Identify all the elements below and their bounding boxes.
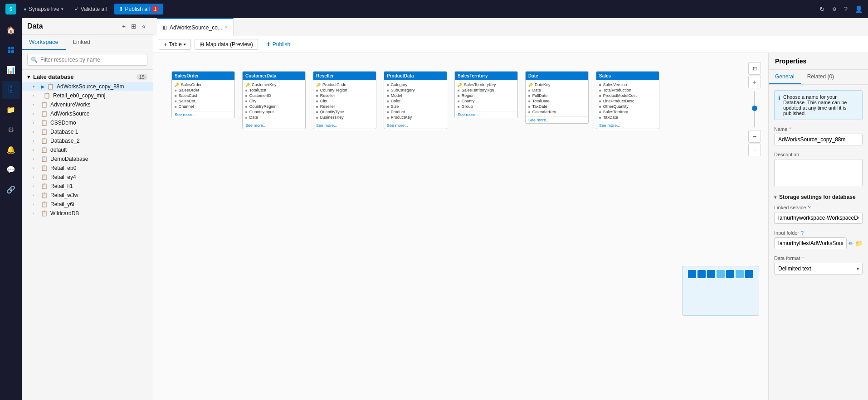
table-card-footer-productdata[interactable]: See more... [384,122,447,129]
table-row: ■TotalCost [245,87,302,93]
validate-icon: ✓ [74,6,79,12]
db-item-cssdemo[interactable]: › 📋 CSSDemo [22,118,153,127]
name-required: * [789,126,791,132]
sidebar-title: Data [27,22,43,30]
active-tab[interactable]: ◧ AdWorksSource_co... × [157,18,234,36]
table-card-footer-reseller[interactable]: See more... [313,122,376,129]
publish-all-button[interactable]: ⬆ Publish all 1 [114,4,164,14]
validate-all-button[interactable]: ✓ Validate all [71,4,111,14]
zoom-in-button[interactable]: + [748,76,761,88]
db-icon-wildcarddb: 📋 [41,210,48,217]
rail-nav9-icon[interactable]: 🔗 [2,180,20,198]
table-card-footer-salesterritory[interactable]: See more... [455,111,517,118]
zoom-fit-button[interactable]: ⊡ [748,62,761,75]
props-tab-related[interactable]: Related (0) [801,70,840,84]
input-folder-help-icon[interactable]: ? [801,230,804,236]
table-card-footer-date[interactable]: See more... [526,116,588,123]
table-card-body-date: 🔑DateKey ■Date ■FullDate ■TotalDate ■Tax… [526,80,588,116]
db-item-retail-ey4[interactable]: › 📋 Retail_ey4 [22,173,153,182]
db-item-database2[interactable]: › 📋 Database_2 [22,136,153,145]
db-item-retail-w3w[interactable]: › 📋 Retail_w3w [22,191,153,200]
lake-database-section[interactable]: ▾ Lake database 15 [22,72,153,82]
table-card-footer-salesorder[interactable]: See more... [172,111,234,118]
table-card-header-reseller: Reseller [313,72,376,80]
collapse-sidebar-button[interactable]: « [140,22,147,31]
rail-home-icon[interactable]: 🏠 [2,21,20,39]
props-tab-general[interactable]: General [769,70,801,84]
rail-nav3-icon[interactable]: 📊 [2,61,20,79]
rail-nav2-icon[interactable] [2,41,20,59]
tab-close-button[interactable]: × [225,25,228,30]
input-folder-input[interactable] [774,237,847,249]
publish-button[interactable]: ⬆ Publish [262,39,295,49]
table-card-salesorder[interactable]: SalesOrder 🔑SalesOrder ■SalesOrder ■Sale… [171,71,235,118]
table-card-footer-customerdata[interactable]: See more... [243,122,305,129]
input-folder-field: Input folder ? ✏ 📁 [774,230,863,249]
tab-workspace[interactable]: Workspace [22,35,66,50]
synapse-live-indicator[interactable]: ● Synapse live ▾ [20,4,67,14]
help-icon[interactable]: ? [844,5,848,13]
db-label-retail-li1: Retail_li1 [50,183,73,189]
input-folder-edit-button[interactable]: ✏ [848,240,853,247]
db-item-retail-eb0[interactable]: › 📋 Retail_eb0 [22,164,153,173]
rail-nav7-icon[interactable]: 🔔 [2,140,20,159]
table-card-customerdata[interactable]: CustomerData 🔑CustomerKey ■TotalCost ■Cu… [242,71,306,129]
linked-service-help-icon[interactable]: ? [808,205,810,210]
minimap-box-2 [697,270,706,278]
db-item-adventureworks[interactable]: › 📋 AdventureWorks [22,100,153,109]
db-item-adworkssource-copy[interactable]: ▾ ▶ 📋 AdWorksSource_copy_88m [22,82,153,91]
db-item-demodatabase[interactable]: › 📋 DemoDatabase [22,154,153,164]
zoom-more-button[interactable]: ⋯ [748,144,761,156]
db-item-database1[interactable]: › 📋 Database 1 [22,127,153,136]
refresh-icon[interactable]: ↻ [819,5,825,13]
filter-button[interactable]: ⊞ [129,22,138,31]
input-folder-browse-button[interactable]: 📁 [855,240,863,247]
table-card-footer-sales[interactable]: See more... [596,122,659,129]
storage-settings-section[interactable]: ▾ Storage settings for database [774,194,863,200]
db-icon-default: 📋 [41,147,48,153]
add-resource-button[interactable]: + [120,22,127,31]
table-row: ■Color [387,98,444,104]
table-row: ■CountryRegion [316,87,373,93]
linked-service-select[interactable]: lamurthyworkspace-WorkspaceDef... [774,212,863,224]
add-table-icon: + [164,41,167,48]
add-table-button[interactable]: + Table ▾ [159,39,191,50]
synapse-dropdown-icon[interactable]: ▾ [61,7,63,11]
db-icon-demodatabase: 📋 [41,156,48,162]
description-textarea[interactable] [774,159,863,186]
db-item-retail-li1[interactable]: › 📋 Retail_li1 [22,182,153,191]
table-card-reseller[interactable]: Reseller 🔑ProductCode ■CountryRegion ■Re… [313,71,376,129]
settings-icon[interactable]: ⚙ [832,6,837,12]
search-input[interactable] [27,54,147,66]
db-item-wildcarddb[interactable]: › 📋 WildcardDB [22,209,153,218]
zoom-out-button[interactable]: − [748,130,761,143]
db-label-retail-y6i: Retail_y6i [50,201,74,207]
db-item-retail-eb0-copy[interactable]: › 📋 Retail_eb0_copy_mnj [22,91,153,100]
topbar: S ● Synapse live ▾ ✓ Validate all ⬆ Publ… [0,0,868,18]
data-format-select[interactable]: Delimited text Parquet CSV JSON [774,263,863,275]
table-card-header-customerdata: CustomerData [243,72,305,80]
table-card-productdata[interactable]: ProductData ■Category ■SubCategory ■Mode… [384,71,447,129]
table-card-date[interactable]: Date 🔑DateKey ■Date ■FullDate ■TotalDate… [525,71,589,124]
name-input[interactable] [774,134,863,145]
table-dropdown-icon: ▾ [184,42,186,47]
map-data-button[interactable]: ⊞ Map data (Preview) [195,39,258,50]
zoom-slider-thumb[interactable] [752,106,757,111]
linked-service-field: Linked service ? lamurthyworkspace-Works… [774,205,863,224]
table-card-salesterritory[interactable]: SalesTerritory 🔑SalesTerritoryKey ■Sales… [454,71,518,118]
tab-linked[interactable]: Linked [66,35,98,50]
main-layout: 🏠 📊 🗄 📁 ⚙ 🔔 💬 🔗 Data + ⊞ « Workspace Lin… [0,18,868,400]
lake-section-chevron: ▾ [27,73,30,80]
table-row: ■ProductKey [387,115,444,120]
rail-nav6-icon[interactable]: ⚙ [2,120,20,139]
rail-data-icon[interactable]: 🗄 [2,81,20,99]
rail-nav8-icon[interactable]: 💬 [2,160,20,178]
db-item-retail-y6i[interactable]: › 📋 Retail_y6i [22,200,153,209]
db-item-adworkssource[interactable]: › 📋 AdWorksSource [22,109,153,118]
publish-badge: 1 [151,5,159,13]
db-icon-retail-li1: 📋 [41,183,48,189]
user-icon[interactable]: 👤 [855,5,863,13]
rail-nav5-icon[interactable]: 📁 [2,101,20,119]
db-item-default[interactable]: › 📋 default [22,145,153,154]
table-card-sales[interactable]: Sales ■SalesVersion ■TotalProduction ■Pr… [596,71,659,129]
